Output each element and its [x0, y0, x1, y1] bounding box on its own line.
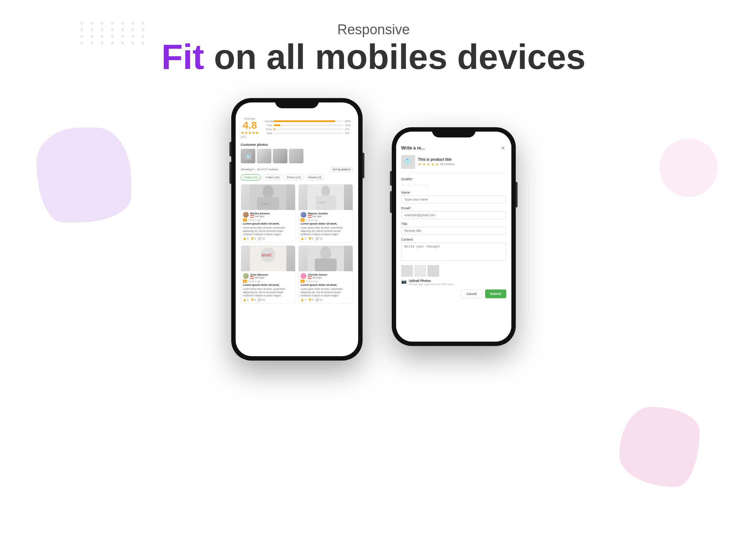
svg-point-7: [321, 186, 330, 197]
upload-info: Upload Photos Accept .jpg, .png and max …: [409, 279, 454, 286]
svg-point-3: [263, 185, 274, 198]
reviewer-country-1: Viet Nam: [250, 215, 270, 218]
title-input[interactable]: [401, 227, 506, 235]
star-4[interactable]: ☆: [419, 182, 423, 188]
side-button-right: [363, 153, 364, 178]
filter-tab-photos[interactable]: Photos (10): [284, 174, 304, 180]
photo-thumb-3[interactable]: [273, 149, 287, 163]
filter-tab-replied[interactable]: Replied (0): [305, 174, 325, 180]
upload-row[interactable]: 📷 Upload Photos Accept .jpg, .png and ma…: [401, 279, 506, 286]
comments-2[interactable]: 💬 18: [316, 237, 323, 240]
reviewer-name-1: Martha Downer: [250, 212, 270, 215]
star-badge-2: ★: [301, 218, 305, 222]
sort-button[interactable]: Sort by lastest ▾: [330, 167, 353, 172]
phones-container: Average 4.8 ★★★★★ (27) Excellent 88% Fai…: [0, 91, 747, 361]
uploaded-photo-2: [414, 265, 426, 277]
side-button-right-power: [516, 182, 518, 207]
star-badge-1: ★: [243, 218, 247, 222]
review-card-4: Christin Somer Viet Nam ★ 4 hours ago: [298, 245, 353, 304]
photo-thumb-1[interactable]: 👕: [241, 149, 255, 163]
star-badge-4: ★: [301, 280, 305, 283]
title-rest: on all mobiles devices: [204, 37, 586, 76]
svg-rect-18: [401, 265, 413, 277]
reaction-row-2: 👍 3 👎 8 💬 18: [301, 237, 351, 240]
content-textarea[interactable]: [401, 242, 506, 261]
star-2[interactable]: ☆: [407, 182, 412, 188]
uploaded-photos: [401, 265, 506, 277]
star-5[interactable]: ☆: [425, 182, 429, 188]
avg-number: 4.8: [241, 120, 259, 131]
title-field: Title: [401, 222, 506, 235]
review-body-4: Christin Somer Viet Nam ★ 4 hours ago: [299, 271, 353, 303]
dislikes-2[interactable]: 👎 8: [308, 237, 314, 240]
reviewer-name-3: Zofia Woomer: [250, 273, 268, 276]
reaction-row-4: 👍 3 👎 8 💬 18: [301, 299, 351, 302]
side-button-right-left: [390, 171, 392, 186]
star-input[interactable]: ☆ ☆ ☆ ☆ ☆: [401, 182, 506, 188]
photo-thumb-2[interactable]: [257, 149, 271, 163]
email-label: Email*: [401, 206, 506, 210]
review-body-2: Majorie Sowder Viet Nam ★ 4 hours ago: [299, 210, 353, 242]
modal-footer: Cancel Submit: [401, 289, 506, 298]
bar-fill-fair: [274, 124, 280, 126]
likes-3[interactable]: 👍 3: [243, 299, 248, 302]
dislikes-4[interactable]: 👎 8: [308, 299, 314, 302]
review-title-1: Lorem ipsum dolor sit amet,: [243, 222, 293, 225]
content-label: Content: [401, 238, 506, 241]
review-title-4: Lorem ipsum dolor sit amet,: [301, 283, 351, 287]
product-star-3: ★: [427, 162, 430, 166]
comments-3[interactable]: 💬 18: [258, 299, 265, 302]
likes-4[interactable]: 👍 3: [301, 299, 306, 302]
page-header: Responsive Fit on all mobiles devices: [0, 0, 747, 91]
filter-tab-5stars[interactable]: 5 Stars (33): [241, 174, 261, 180]
right-phone-notch: [432, 127, 476, 137]
product-star-1: ★: [418, 162, 421, 166]
close-button[interactable]: ✕: [500, 145, 506, 151]
avatar-4: [301, 273, 306, 279]
reviewer-country-3: Viet Nam: [250, 276, 268, 279]
time-ago-1: 4 hours ago: [248, 219, 260, 221]
avg-count: (27): [241, 135, 259, 139]
reviewer-row-1: Martha Downer Viet Nam: [243, 212, 293, 218]
svg-text:👕: 👕: [246, 154, 251, 159]
flag-4: [308, 276, 311, 279]
name-label: Name: [401, 191, 506, 194]
comments-4[interactable]: 💬 18: [316, 299, 323, 302]
submit-button[interactable]: Submit: [485, 289, 507, 298]
rating-bars: Excellent 88% Fair 10% Poor 2%: [265, 120, 353, 136]
svg-text:T-shirt: T-shirt: [261, 202, 269, 206]
review-card-1: T-shirt Martha Downer Viet Nam: [241, 184, 295, 242]
likes-2[interactable]: 👍 3: [301, 237, 306, 240]
upload-hint: Accept .jpg, .png and max 2MB each.: [409, 283, 454, 286]
avatar-1: [243, 212, 249, 218]
svg-rect-20: [427, 265, 439, 277]
review-image-3: WHAT: [241, 246, 295, 271]
required-marker: *: [411, 177, 413, 181]
bar-row-poor: Poor 2%: [265, 128, 353, 131]
star-3[interactable]: ☆: [413, 182, 418, 188]
name-input[interactable]: [401, 195, 506, 203]
filter-tab-4stars[interactable]: 4 Stars (20): [262, 174, 282, 180]
likes-1[interactable]: 👍 3: [243, 237, 248, 240]
page-title: Fit on all mobiles devices: [0, 38, 747, 76]
reviewer-row-4: Christin Somer Viet Nam: [301, 273, 351, 279]
right-phone-frame: Write a re... ✕ 👕 This is product title …: [392, 127, 516, 346]
photo-thumb-4[interactable]: [289, 149, 303, 163]
bar-row-excellent: Excellent 88%: [265, 120, 353, 123]
camera-icon: 📷: [401, 279, 407, 284]
cancel-button[interactable]: Cancel: [461, 289, 482, 298]
product-details: This is product title ★ ★ ★ ★ ★ 33 revie…: [418, 158, 455, 166]
dislikes-1[interactable]: 👎 8: [251, 237, 256, 240]
email-required: *: [410, 206, 411, 210]
blob-decoration-right: [619, 407, 700, 487]
modal-title: Write a re...: [401, 145, 425, 151]
reviewer-row-3: Zofia Woomer Viet Nam: [243, 273, 293, 279]
svg-rect-15: [315, 258, 337, 271]
star-1[interactable]: ☆: [401, 182, 406, 188]
comments-1[interactable]: 💬 18: [258, 237, 265, 240]
dislikes-3[interactable]: 👎 8: [251, 299, 256, 302]
email-input[interactable]: [401, 211, 506, 219]
review-image-2: T-shirt: [299, 184, 353, 210]
avg-stars: ★★★★★: [241, 131, 259, 135]
flag-2: [308, 215, 311, 218]
